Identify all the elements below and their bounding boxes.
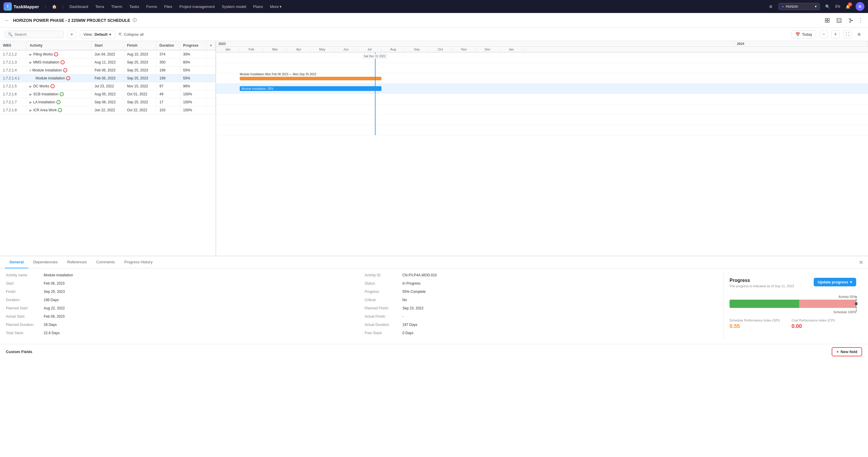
expand-icon[interactable]: ▶ [30,53,32,56]
collapse-all-button[interactable]: ⇱ Collapse all [119,32,144,37]
table-row[interactable]: 1.7.2.1.2 ▶ Piling Works ! Jun 04, 2022 … [0,50,216,58]
wbs-cell: 1.7.2.1.4.1 [0,74,27,82]
info-icon[interactable]: ⓘ [132,18,137,23]
gantt-row [216,115,868,125]
view-select[interactable]: View: Default ▾ [80,30,116,38]
critical-row: Critical: No [365,298,717,302]
page-title: HORIZON POWER PHASE - 2 225MW PROJECT SC… [13,18,823,23]
expand-icon[interactable]: ▶ [30,85,32,88]
status-indicator: ! [63,68,67,72]
col-duration: Duration [156,41,180,50]
view-label: View: [84,32,93,37]
total-slack-value: 22.6 Days [44,331,60,335]
close-panel-button[interactable]: ✕ [859,259,863,266]
gantt-row [216,104,868,115]
finish-label: Finish: [6,290,41,294]
expand-icon[interactable]: ▶ [30,101,32,104]
gantt-month-header: Jan [500,47,523,52]
nav-terra[interactable]: Terra [93,3,106,10]
app-logo[interactable]: T TaskMapper [4,2,39,11]
user-avatar[interactable]: R [856,2,864,11]
activity-id-label: Activity ID: [365,273,400,277]
detail-tab-dependencies[interactable]: Dependencies [28,256,62,268]
nav-system-model[interactable]: System model [219,3,248,10]
progress-bar-red [799,300,856,308]
start-cell: Jun 04, 2022 [92,50,124,58]
home-icon[interactable]: 🏠 [50,2,59,11]
add-cell [206,66,215,74]
actual-start-row: Actual Start: Feb 06, 2023 [6,314,359,318]
new-field-button[interactable]: + New field [832,347,862,356]
expand-icon[interactable]: ▶ [30,93,32,96]
detail-tab-comments[interactable]: Comments [92,256,120,268]
start-cell: Jun 22, 2022 [92,106,124,114]
search-box[interactable]: 🔍 [5,31,64,38]
gantt-month-header: Nov [452,47,476,52]
zoom-in-button[interactable]: + [831,30,840,38]
wbs-cell: 1.7.2.1.8 [0,106,27,114]
table-view-button[interactable] [834,16,844,25]
fullscreen-button[interactable]: ⛶ [843,30,851,38]
planned-duration-label: Planned Duration: [6,323,41,327]
search-icon: 🔍 [8,32,13,37]
actual-duration-label: Actual Duration: [365,323,400,327]
table-row[interactable]: 1.7.2.1.4.1 Module installation ! Feb 06… [0,74,216,82]
kpi-row: Schedule Performance Index (SPI) 0.55 Co… [730,318,856,330]
nav-forms[interactable]: Forms [144,3,159,10]
chevron-down-icon: ▾ [850,280,852,284]
detail-tab-progress-history[interactable]: Progress History [120,256,157,268]
table-row[interactable]: 1.7.2.1.4 ▾ Module Installation ! Feb 06… [0,66,216,74]
expand-icon[interactable]: ▶ [30,61,32,64]
col-add[interactable]: + [206,41,215,50]
nav-therm[interactable]: Therm [108,3,125,10]
activity-cell: ▶ DC Works ! [27,82,92,90]
nav-project-management[interactable]: Project management [177,3,217,10]
nav-dashboard[interactable]: Dashboard [67,3,91,10]
actual-start-value: Feb 06, 2023 [44,314,65,318]
column-settings-button[interactable]: ⚙ [855,30,863,38]
nav-plans[interactable]: Plans [251,3,266,10]
status-indicator: ✓ [56,100,61,104]
table-row[interactable]: 1.7.2.1.5 ▶ DC Works ! Jul 23, 2022 Nov … [0,82,216,90]
activity-id-value: CN.PV.P4A.MOD.010 [402,273,437,277]
workspace-selector[interactable]: ● Horizon ▾ [779,3,820,10]
notifications-icon[interactable]: 🔔 1 [843,2,852,11]
gantt-month-row: JanFebMarAprMayJunJulAugSepOctNovDecJan [216,47,868,52]
gantt-month-header: Jul [358,47,381,52]
status-indicator: ! [66,76,70,80]
update-progress-button[interactable]: Update progress ▾ [814,278,856,286]
table-row[interactable]: 1.7.2.1.3 ▶ MMS Installation ! Aug 11, 2… [0,58,216,66]
gantt-month-header: Mar [264,47,287,52]
search-input[interactable] [14,32,56,37]
gantt-view-button[interactable] [846,16,856,25]
gantt-year-row: 2023 2024 [216,41,868,47]
settings-nav-icon[interactable]: ⚙ [766,2,776,11]
table-row[interactable]: 1.7.2.1.6 ▶ SCB Installation ✓ Aug 05, 2… [0,90,216,98]
progress-bar [730,300,856,308]
planned-duration-value: 28 Days [44,323,57,327]
expand-icon[interactable]: ▾ [30,69,31,72]
nav-more[interactable]: More ▾ [268,3,284,10]
logo-icon: T [4,2,12,11]
table-row[interactable]: 1.7.2.1.8 ▶ ICR Area Work ✓ Jun 22, 2022… [0,106,216,114]
detail-tab-general[interactable]: General [5,256,28,268]
table-row[interactable]: 1.7.2.1.7 ▶ LA Installation ✓ Sep 06, 20… [0,98,216,106]
back-button[interactable]: ← [5,18,9,23]
language-selector[interactable]: EN [835,4,840,8]
notification-badge: 1 [848,2,852,6]
grid-view-button[interactable] [823,16,832,25]
activity-cell: Module installation ! [27,74,92,82]
nav-files[interactable]: Files [162,3,175,10]
gantt-month-header: Apr [287,47,311,52]
filter-button[interactable]: ≡ [67,30,76,38]
schedule-percent-label: Schedule 100% [730,310,856,314]
svg-rect-3 [828,21,829,23]
search-nav-icon[interactable]: 🔍 [823,2,832,11]
detail-tab-references[interactable]: References [63,256,92,268]
zoom-out-button[interactable]: − [819,30,828,38]
new-field-label: New field [841,349,857,354]
more-options-button[interactable]: ⋮ [858,17,863,24]
nav-tasks[interactable]: Tasks [127,3,142,10]
expand-icon[interactable]: ▶ [30,109,32,112]
today-button[interactable]: 📅 Today [792,30,816,38]
